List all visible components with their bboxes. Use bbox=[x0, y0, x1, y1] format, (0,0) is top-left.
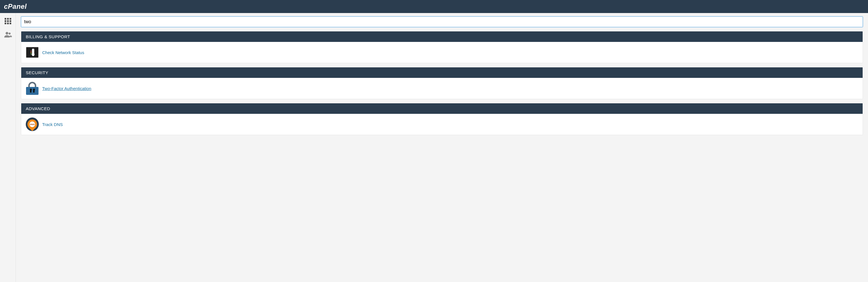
group-header[interactable]: SECURITY bbox=[21, 67, 863, 78]
tool-track-dns[interactable]: DNS Track DNS bbox=[26, 118, 63, 130]
tool-label: Track DNS bbox=[42, 122, 63, 127]
group-header[interactable]: ADVANCED bbox=[21, 103, 863, 114]
svg-rect-2 bbox=[9, 18, 11, 20]
side-nav bbox=[0, 13, 16, 282]
dns-pin-icon: DNS bbox=[26, 118, 39, 130]
svg-point-10 bbox=[8, 33, 10, 35]
cpanel-logo: cPanel bbox=[4, 3, 27, 10]
svg-rect-0 bbox=[4, 18, 6, 20]
svg-rect-6 bbox=[4, 23, 6, 24]
svg-rect-5 bbox=[9, 21, 11, 22]
apps-grid-icon[interactable] bbox=[3, 17, 12, 25]
svg-rect-7 bbox=[7, 23, 9, 24]
group-billing-support: BILLING & SUPPORT Check Network Status bbox=[21, 31, 863, 63]
main-content: BILLING & SUPPORT Check Network Status S… bbox=[16, 13, 868, 282]
lock-icon bbox=[26, 83, 39, 94]
tool-label: Check Network Status bbox=[42, 50, 84, 55]
group-security: SECURITY Two-Factor Authentication bbox=[21, 67, 863, 99]
network-thermometer-icon bbox=[26, 46, 39, 58]
svg-rect-4 bbox=[7, 21, 9, 22]
search-input[interactable] bbox=[21, 17, 863, 27]
tool-label: Two-Factor Authentication bbox=[42, 86, 91, 91]
svg-rect-8 bbox=[9, 23, 11, 24]
top-bar: cPanel bbox=[0, 0, 868, 13]
svg-point-9 bbox=[5, 32, 8, 35]
users-icon[interactable] bbox=[3, 31, 12, 38]
tool-two-factor-authentication[interactable]: Two-Factor Authentication bbox=[26, 83, 91, 94]
tool-check-network-status[interactable]: Check Network Status bbox=[26, 46, 84, 58]
group-header[interactable]: BILLING & SUPPORT bbox=[21, 31, 863, 42]
svg-rect-1 bbox=[7, 18, 9, 20]
group-advanced: ADVANCED DNS Track DNS bbox=[21, 103, 863, 135]
svg-rect-3 bbox=[4, 21, 6, 22]
